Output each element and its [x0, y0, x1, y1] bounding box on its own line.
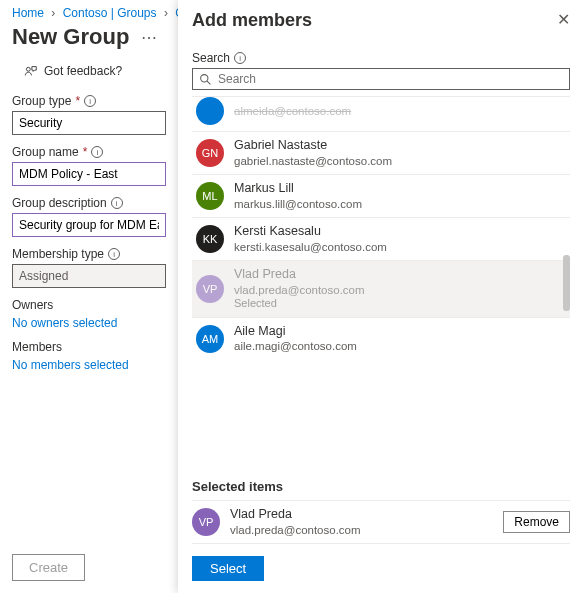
result-email: vlad.preda@contoso.com — [234, 283, 365, 297]
chevron-right-icon: › — [164, 6, 168, 20]
search-box[interactable] — [192, 68, 570, 90]
info-icon[interactable]: i — [234, 52, 246, 64]
result-name: Kersti Kasesalu — [234, 224, 387, 240]
close-icon[interactable]: ✕ — [557, 10, 570, 29]
result-email: kersti.kasesalu@contoso.com — [234, 240, 387, 254]
info-icon[interactable]: i — [91, 146, 103, 158]
chevron-right-icon: › — [51, 6, 55, 20]
svg-line-2 — [207, 81, 210, 84]
search-input[interactable] — [218, 72, 563, 86]
group-name-label: Group name* i — [12, 145, 166, 159]
search-label: Search i — [192, 51, 570, 65]
avatar: ML — [196, 182, 224, 210]
selected-email: vlad.preda@contoso.com — [230, 523, 493, 537]
group-name-input[interactable] — [12, 162, 166, 186]
page-title: New Group — [12, 24, 129, 50]
owners-label: Owners — [12, 298, 166, 312]
feedback-label: Got feedback? — [44, 64, 122, 78]
results-list: almeida@contoso.com GNGabriel Nastastega… — [192, 96, 570, 356]
result-name: Aile Magi — [234, 324, 357, 340]
result-email: gabriel.nastaste@contoso.com — [234, 154, 392, 168]
avatar: AM — [196, 325, 224, 353]
panel-title: Add members — [192, 10, 312, 31]
result-email: almeida@contoso.com — [234, 104, 351, 118]
group-type-input[interactable] — [12, 111, 166, 135]
add-members-panel: Add members ✕ Search i almeida@contoso.c… — [178, 0, 584, 593]
result-status: Selected — [234, 297, 365, 311]
no-owners-link[interactable]: No owners selected — [12, 316, 166, 330]
info-icon[interactable]: i — [84, 95, 96, 107]
avatar: GN — [196, 139, 224, 167]
breadcrumb-item[interactable]: Contoso | Groups — [63, 6, 157, 20]
svg-point-1 — [201, 74, 208, 81]
list-item[interactable]: AMAile Magiaile.magi@contoso.com — [192, 318, 570, 356]
selected-item: VP Vlad Preda vlad.preda@contoso.com Rem… — [192, 500, 570, 544]
membership-type-label: Membership type i — [12, 247, 166, 261]
more-icon[interactable]: ⋯ — [141, 28, 157, 47]
result-name: Vlad Preda — [234, 267, 365, 283]
avatar — [196, 97, 224, 125]
group-desc-label: Group description i — [12, 196, 166, 210]
avatar: VP — [192, 508, 220, 536]
members-label: Members — [12, 340, 166, 354]
list-item[interactable]: GNGabriel Nastastegabriel.nastaste@conto… — [192, 132, 570, 175]
person-feedback-icon — [24, 64, 38, 78]
result-name: Markus Lill — [234, 181, 362, 197]
result-name: Gabriel Nastaste — [234, 138, 392, 154]
group-type-label: Group type* i — [12, 94, 166, 108]
list-item[interactable]: KKKersti Kasesalukersti.kasesalu@contoso… — [192, 218, 570, 261]
info-icon[interactable]: i — [111, 197, 123, 209]
list-item[interactable]: VPVlad Predavlad.preda@contoso.comSelect… — [192, 261, 570, 318]
no-members-link[interactable]: No members selected — [12, 358, 166, 372]
create-button[interactable]: Create — [12, 554, 85, 581]
list-item[interactable]: almeida@contoso.com — [192, 97, 570, 132]
remove-button[interactable]: Remove — [503, 511, 570, 533]
membership-type-input[interactable] — [12, 264, 166, 288]
search-icon — [199, 73, 212, 86]
selected-items-header: Selected items — [192, 479, 570, 494]
select-button[interactable]: Select — [192, 556, 264, 581]
avatar: KK — [196, 225, 224, 253]
result-email: aile.magi@contoso.com — [234, 339, 357, 353]
list-item[interactable]: MLMarkus Lillmarkus.lill@contoso.com — [192, 175, 570, 218]
svg-point-0 — [26, 67, 30, 71]
scrollbar-thumb[interactable] — [563, 255, 570, 311]
result-email: markus.lill@contoso.com — [234, 197, 362, 211]
group-desc-input[interactable] — [12, 213, 166, 237]
breadcrumb-item[interactable]: Home — [12, 6, 44, 20]
selected-name: Vlad Preda — [230, 507, 493, 523]
info-icon[interactable]: i — [108, 248, 120, 260]
avatar: VP — [196, 275, 224, 303]
